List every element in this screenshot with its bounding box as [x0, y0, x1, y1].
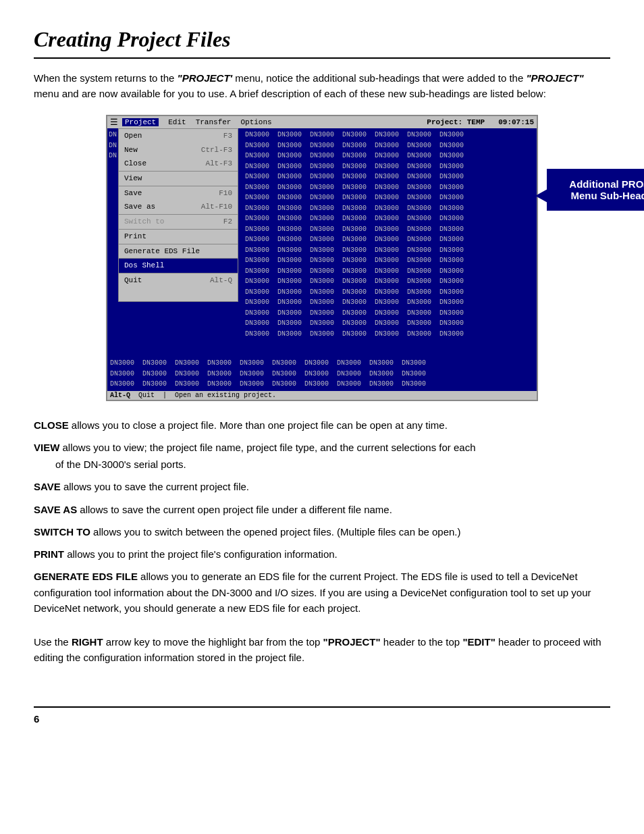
- menu-item-view: View: [119, 171, 238, 186]
- screen-right-area: DN3000 DN3000 DN3000 DN3000 DN3000 DN300…: [242, 128, 537, 358]
- data-line: DN3000 DN3000 DN3000 DN3000 DN3000 DN300…: [245, 308, 534, 319]
- section-save: SAVE allows you to save the current proj…: [34, 479, 610, 494]
- data-line: DN3000 DN3000 DN3000 DN3000 DN3000 DN300…: [245, 203, 534, 214]
- menu-item-quit: QuitAlt-Q: [119, 273, 238, 288]
- screen-illustration: ☰ Project Edit Transfer Options Project:…: [34, 115, 610, 401]
- data-line: DN3000 DN3000 DN3000 DN3000 DN3000 DN300…: [245, 329, 534, 340]
- data-line: DN3000 DN3000 DN3000 DN3000 DN3000 DN300…: [245, 151, 534, 161]
- menu-item-dos-shell: Dos Shell: [119, 258, 238, 273]
- section-view-cont: of the DN-3000's serial ports.: [34, 457, 610, 472]
- data-line: DN3000 DN3000 DN3000 DN3000 DN3000 DN300…: [245, 213, 534, 224]
- data-line: DN3000 DN3000 DN3000 DN3000 DN3000 DN300…: [245, 255, 534, 266]
- body-sections: CLOSE allows you to close a project file…: [34, 417, 610, 666]
- data-line: DN3000 DN3000 DN3000 DN3000 DN3000 DN300…: [245, 266, 534, 277]
- menu-items: Project Edit Transfer Options: [122, 118, 272, 126]
- menu-item-blank: [119, 288, 238, 302]
- data-line: DN3000 DN3000 DN3000 DN3000 DN3000 DN300…: [245, 276, 534, 287]
- callout-arrow: [535, 189, 547, 203]
- screen-bottom-rows: DN3000 DN3000 DN3000 DN3000 DN3000 DN300…: [107, 358, 537, 391]
- screen-menubar: ☰ Project Edit Transfer Options Project:…: [107, 116, 537, 128]
- menu-item-new: NewCtrl-F3: [119, 143, 238, 157]
- data-line: DN3000 DN3000 DN3000 DN3000 DN3000 DN300…: [245, 161, 534, 172]
- data-line: DN3000 DN3000 DN3000 DN3000 DN3000 DN300…: [245, 172, 534, 182]
- section-switch-to: SWITCH TO allows you to switch between t…: [34, 524, 610, 540]
- menu-options: Options: [240, 118, 271, 126]
- menu-item-generate-eds: Generate EDS File: [119, 244, 238, 259]
- section-print: PRINT allows you to print the project fi…: [34, 546, 610, 562]
- section-close: CLOSE allows you to close a project file…: [34, 417, 610, 433]
- menu-item-save: SaveF10: [119, 186, 238, 201]
- data-line: DN3000 DN3000 DN3000 DN3000 DN3000 DN300…: [245, 192, 534, 203]
- section-view: VIEW allows you to view; the project fil…: [34, 440, 610, 455]
- menu-edit: Edit: [168, 118, 186, 126]
- data-line: DN3000 DN3000 DN3000 DN3000 DN3000 DN300…: [110, 358, 534, 369]
- data-line: DN3000 DN3000 DN3000 DN3000 DN3000 DN300…: [110, 379, 534, 390]
- screen-left-area: DN N3000 DN3000 DN3000 DN N3000 DN3000 D…: [107, 128, 242, 358]
- menu-project: Project: [122, 118, 159, 126]
- menu-item-switch: Switch toF2: [119, 214, 238, 229]
- title-rule: [34, 57, 610, 59]
- screen-body: DN N3000 DN3000 DN3000 DN N3000 DN3000 D…: [107, 128, 537, 358]
- page-number: 6: [34, 713, 39, 725]
- closing-paragraph: Use the RIGHT arrow key to move the high…: [34, 634, 610, 666]
- menu-transfer: Transfer: [196, 118, 232, 126]
- data-line: DN3000 DN3000 DN3000 DN3000 DN3000 DN300…: [245, 245, 534, 256]
- data-line: DN3000 DN3000 DN3000 DN3000 DN3000 DN300…: [245, 140, 534, 151]
- project-title: Project: TEMP: [427, 118, 485, 126]
- data-line: DN3000 DN3000 DN3000 DN3000 DN3000 DN300…: [245, 130, 534, 140]
- page-title: Creating Project Files: [34, 27, 610, 52]
- data-line: DN3000 DN3000 DN3000 DN3000 DN3000 DN300…: [245, 318, 534, 329]
- data-line: DN3000 DN3000 DN3000 DN3000 DN3000 DN300…: [245, 182, 534, 193]
- menu-item-print: Print: [119, 229, 238, 244]
- data-line: DN3000 DN3000 DN3000 DN3000 DN3000 DN300…: [245, 297, 534, 308]
- clock-display: 09:07:15: [498, 118, 534, 126]
- menu-item-close: CloseAlt-F3: [119, 157, 238, 171]
- data-line: DN3000 DN3000 DN3000 DN3000 DN3000 DN300…: [245, 234, 534, 245]
- data-line: DN3000 DN3000 DN3000 DN3000 DN3000 DN300…: [245, 224, 534, 235]
- bottom-rule: [34, 706, 610, 708]
- menu-item-open: OpenF3: [119, 129, 238, 143]
- dropdown-menu: OpenF3 NewCtrl-F3 CloseAlt-F3 View SaveF: [118, 128, 238, 302]
- menu-icon: ☰: [110, 117, 118, 128]
- section-generate-eds: GENERATE EDS FILE allows you to generate…: [34, 569, 610, 616]
- screen-statusbar: Alt-Q Quit | Open an existing project.: [107, 391, 537, 400]
- menu-item-save-as: Save asAlt-F10: [119, 200, 238, 214]
- dos-screen: ☰ Project Edit Transfer Options Project:…: [106, 115, 538, 401]
- callout-box: Additional PROJECT Menu Sub-Headings: [547, 169, 644, 211]
- intro-paragraph: When the system returns to the "PROJECT'…: [34, 71, 610, 101]
- section-save-as: SAVE AS allows to save the current open …: [34, 502, 610, 517]
- data-line: DN3000 DN3000 DN3000 DN3000 DN3000 DN300…: [110, 369, 534, 380]
- data-line: DN3000 DN3000 DN3000 DN3000 DN3000 DN300…: [245, 287, 534, 298]
